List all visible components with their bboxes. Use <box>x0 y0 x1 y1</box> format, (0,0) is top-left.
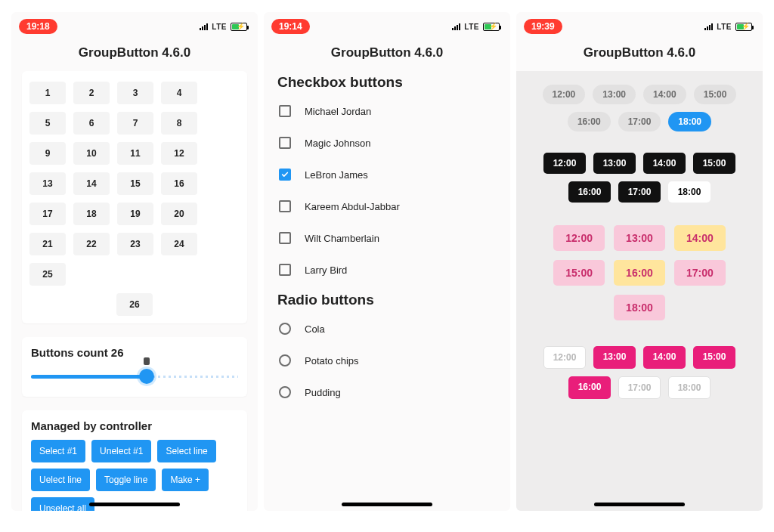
checkbox-icon <box>279 105 291 117</box>
controller-button[interactable]: Make + <box>162 469 209 491</box>
number-tile[interactable]: 20 <box>161 203 197 225</box>
number-tile[interactable]: 5 <box>29 112 66 135</box>
buttons-count-slider[interactable] <box>31 367 238 386</box>
time-button[interactable]: 13:00 <box>593 85 636 104</box>
time-button[interactable]: 13:00 <box>593 153 636 174</box>
time-button[interactable]: 16:00 <box>568 181 611 203</box>
number-tile[interactable]: 24 <box>161 233 197 255</box>
number-tile[interactable]: 12 <box>161 142 197 165</box>
time-button[interactable]: 18:00 <box>668 112 711 131</box>
app-title: GroupButton 4.6.0 <box>516 41 763 71</box>
battery-icon: ⚡ <box>735 23 752 31</box>
checkbox-label: Kareem Abdul-Jabbar <box>305 201 400 212</box>
time-button[interactable]: 13:00 <box>614 225 665 251</box>
radio-label: Potato chips <box>305 355 359 367</box>
number-tile[interactable]: 22 <box>73 233 110 255</box>
radio-icon <box>279 323 291 335</box>
time-button[interactable]: 14:00 <box>643 153 686 174</box>
controller-title: Managed by controller <box>31 419 238 432</box>
time-button[interactable]: 15:00 <box>693 153 735 174</box>
status-time: 19:39 <box>524 19 562 34</box>
time-button[interactable]: 17:00 <box>618 112 661 131</box>
number-tile[interactable]: 18 <box>73 203 110 225</box>
lte-label: LTE <box>212 23 227 31</box>
number-tile[interactable]: 16 <box>161 172 197 195</box>
number-tile[interactable]: 26 <box>116 293 153 316</box>
app-title: GroupButton 4.6.0 <box>264 41 510 71</box>
checkbox-icon <box>279 169 291 181</box>
time-button[interactable]: 16:00 <box>568 112 611 131</box>
number-tile[interactable]: 14 <box>73 172 110 195</box>
radio-label: Pudding <box>305 387 341 398</box>
time-button[interactable]: 16:00 <box>568 376 611 399</box>
controller-button[interactable]: Toggle line <box>96 469 156 491</box>
time-button[interactable]: 15:00 <box>553 260 605 286</box>
number-tile[interactable]: 2 <box>73 82 110 104</box>
home-indicator[interactable] <box>342 503 432 506</box>
time-button[interactable]: 16:00 <box>614 260 665 286</box>
checkbox-row[interactable]: Larry Bird <box>277 254 497 286</box>
checkbox-row[interactable]: Magic Johnson <box>277 127 497 159</box>
phone-1: 19:18 LTE ⚡ GroupButton 4.6.0 1234567891… <box>11 12 258 511</box>
slider-title: Buttons count 26 <box>31 346 238 359</box>
number-tile[interactable]: 25 <box>29 263 66 286</box>
number-tile[interactable]: 9 <box>29 142 66 165</box>
radio-row[interactable]: Cola <box>277 313 497 345</box>
checkbox-icon <box>279 232 291 244</box>
time-button[interactable]: 18:00 <box>668 376 711 399</box>
checkbox-label: Magic Johnson <box>305 138 370 149</box>
radio-row[interactable]: Potato chips <box>277 345 497 376</box>
time-button[interactable]: 18:00 <box>668 181 711 203</box>
status-right: LTE ⚡ <box>200 23 247 31</box>
home-indicator[interactable] <box>594 503 685 506</box>
number-tile[interactable]: 11 <box>117 142 153 165</box>
time-button[interactable]: 14:00 <box>643 85 686 104</box>
number-tile[interactable]: 3 <box>117 82 153 104</box>
number-tile[interactable]: 15 <box>117 172 153 195</box>
number-tile[interactable]: 7 <box>117 112 153 135</box>
time-button[interactable]: 17:00 <box>674 260 726 286</box>
radio-label: Cola <box>305 323 325 335</box>
time-button[interactable]: 18:00 <box>614 295 665 320</box>
number-tile[interactable]: 17 <box>29 203 66 225</box>
time-button[interactable]: 13:00 <box>593 346 636 369</box>
checkbox-row[interactable]: Kareem Abdul-Jabbar <box>277 190 497 222</box>
time-button[interactable]: 17:00 <box>618 181 661 203</box>
time-button[interactable]: 15:00 <box>694 85 737 104</box>
status-time: 19:18 <box>19 19 57 34</box>
home-indicator[interactable] <box>89 503 180 506</box>
time-button[interactable]: 14:00 <box>643 346 686 369</box>
checkbox-row[interactable]: LeBron James <box>277 159 497 190</box>
number-tile[interactable]: 19 <box>117 203 153 225</box>
controller-button[interactable]: Uelect line <box>31 469 90 491</box>
radio-row[interactable]: Pudding <box>277 376 497 408</box>
controller-button[interactable]: Select line <box>157 440 215 462</box>
checkbox-row[interactable]: Wilt Chamberlain <box>277 222 497 254</box>
time-button[interactable]: 12:00 <box>543 153 586 174</box>
radio-icon <box>279 354 291 367</box>
number-tile[interactable]: 6 <box>73 112 110 135</box>
time-button[interactable]: 15:00 <box>693 346 735 369</box>
status-bar: 19:14 LTE ⚡ <box>264 12 510 41</box>
number-tile[interactable]: 13 <box>29 172 66 195</box>
controller-button[interactable]: Unselect all <box>31 497 94 511</box>
controller-button[interactable]: Unelect #1 <box>91 440 151 462</box>
checkbox-row[interactable]: Michael Jordan <box>277 95 497 127</box>
checkbox-icon <box>279 137 291 149</box>
number-tile[interactable]: 21 <box>29 233 66 255</box>
checkbox-label: Larry Bird <box>305 264 347 276</box>
number-tile[interactable]: 1 <box>29 82 66 104</box>
number-tile[interactable]: 8 <box>161 112 197 135</box>
status-time: 19:14 <box>271 19 310 34</box>
time-button[interactable]: 12:00 <box>543 346 586 369</box>
controller-button[interactable]: Select #1 <box>31 440 85 462</box>
time-button[interactable]: 12:00 <box>543 85 586 104</box>
number-tile[interactable]: 10 <box>73 142 110 165</box>
checkbox-icon <box>279 200 291 212</box>
signal-icon <box>704 23 713 30</box>
time-button[interactable]: 17:00 <box>618 376 661 399</box>
time-button[interactable]: 14:00 <box>674 225 726 251</box>
number-tile[interactable]: 23 <box>117 233 153 255</box>
time-button[interactable]: 12:00 <box>553 225 605 251</box>
number-tile[interactable]: 4 <box>161 82 197 104</box>
